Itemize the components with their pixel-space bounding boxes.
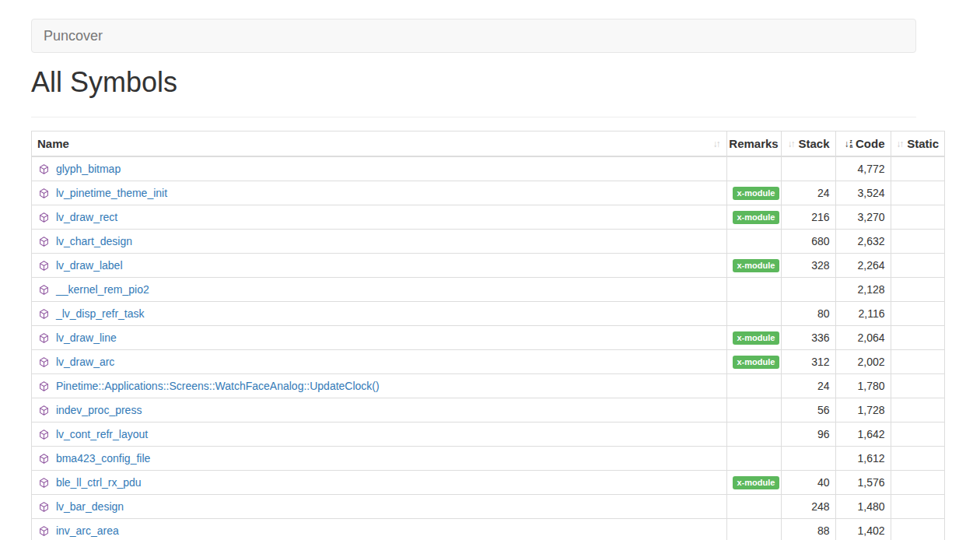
column-header-stack[interactable]: ↓↑Stack (781, 131, 835, 156)
page-title: All Symbols (31, 67, 177, 98)
code-value: 2,632 (835, 229, 891, 253)
sort-both-icon: ↓↑ (787, 139, 795, 149)
static-value (891, 301, 944, 325)
code-value: 2,064 (835, 325, 891, 349)
navbar: Puncover (31, 19, 916, 53)
stack-value: 24 (781, 181, 835, 205)
table-row: glyph_bitmap 4,772 (32, 156, 944, 181)
symbol-link[interactable]: lv_pinetime_theme_init (56, 187, 167, 199)
x-module-badge: x-module (733, 476, 780, 489)
symbol-link[interactable]: lv_draw_arc (56, 356, 114, 368)
code-value: 2,128 (835, 277, 891, 301)
package-cube-icon (39, 502, 49, 512)
stack-value: 312 (781, 349, 835, 373)
column-header-name[interactable]: Name↓↑ (32, 131, 726, 156)
symbol-link[interactable]: Pinetime::Applications::Screens::WatchFa… (56, 380, 380, 392)
package-cube-icon (39, 430, 49, 440)
symbol-link[interactable]: lv_chart_design (56, 235, 132, 247)
static-value (891, 398, 944, 422)
x-module-badge: x-module (733, 187, 780, 200)
table-row: lv_pinetime_theme_init x-module 24 3,524 (32, 181, 944, 205)
stack-value: 248 (781, 494, 835, 518)
symbol-link[interactable]: lv_draw_line (56, 331, 117, 344)
package-cube-icon (39, 333, 49, 343)
sort-desc-active-icon: ↓za (844, 139, 852, 149)
column-label-name: Name (37, 137, 69, 150)
code-value: 1,402 (835, 518, 891, 540)
stack-value (781, 156, 835, 181)
code-value: 1,642 (835, 422, 891, 446)
x-module-badge: x-module (733, 211, 780, 224)
stack-value: 88 (781, 518, 835, 540)
symbol-link[interactable]: lv_draw_label (56, 259, 123, 272)
column-header-static[interactable]: ↓↑Static (891, 131, 944, 156)
stack-value: 24 (781, 373, 835, 398)
table-row: __kernel_rem_pio2 2,128 (32, 277, 944, 301)
code-value: 2,002 (835, 349, 891, 373)
symbol-link[interactable]: _lv_disp_refr_task (56, 307, 145, 320)
symbols-table-container: Name↓↑Remarks↓↑Stack↓zaCode↓↑Static glyp… (31, 131, 945, 540)
package-cube-icon (39, 261, 49, 271)
symbol-link[interactable]: lv_cont_refr_layout (56, 428, 148, 440)
static-value (891, 156, 944, 181)
symbol-link[interactable]: glyph_bitmap (56, 163, 121, 175)
stack-value (781, 277, 835, 301)
x-module-badge: x-module (733, 331, 780, 345)
code-value: 2,116 (835, 301, 891, 325)
code-value: 1,612 (835, 446, 891, 470)
column-label-static: Static (907, 137, 939, 150)
page: Puncover All Symbols Name↓↑Remarks↓↑Stac… (0, 0, 980, 540)
package-cube-icon (39, 357, 49, 367)
symbols-table-header: Name↓↑Remarks↓↑Stack↓zaCode↓↑Static (32, 131, 944, 156)
static-value (891, 494, 944, 518)
symbol-link[interactable]: indev_proc_press (56, 404, 142, 416)
code-value: 3,270 (835, 205, 891, 229)
package-cube-icon (39, 381, 49, 391)
static-value (891, 277, 944, 301)
sort-both-icon: ↓↑ (713, 139, 721, 149)
table-row: lv_draw_label x-module 328 2,264 (32, 253, 944, 277)
static-value (891, 349, 944, 373)
table-row: Pinetime::Applications::Screens::WatchFa… (32, 373, 944, 398)
x-module-badge: x-module (733, 356, 780, 369)
symbol-link[interactable]: bma423_config_file (56, 452, 150, 465)
package-cube-icon (39, 188, 49, 198)
table-row: lv_bar_design 248 1,480 (32, 494, 944, 518)
stack-value: 216 (781, 205, 835, 229)
title-divider (31, 117, 916, 117)
column-label-code: Code (856, 137, 885, 150)
table-row: inv_arc_area 88 1,402 (32, 518, 944, 540)
static-value (891, 253, 944, 277)
symbol-link[interactable]: ble_ll_ctrl_rx_pdu (56, 476, 142, 489)
symbol-link[interactable]: inv_arc_area (56, 524, 119, 537)
package-cube-icon (39, 526, 49, 536)
stack-value: 56 (781, 398, 835, 422)
x-module-badge: x-module (733, 259, 780, 272)
symbol-link[interactable]: lv_bar_design (56, 500, 124, 513)
static-value (891, 422, 944, 446)
package-cube-icon (39, 164, 49, 174)
symbol-link[interactable]: lv_draw_rect (56, 211, 117, 223)
package-cube-icon (39, 405, 49, 416)
static-value (891, 325, 944, 349)
table-row: _lv_disp_refr_task 80 2,116 (32, 301, 944, 325)
table-row: lv_draw_rect x-module 216 3,270 (32, 205, 944, 229)
code-value: 2,264 (835, 253, 891, 277)
table-row: ble_ll_ctrl_rx_pdu x-module 40 1,576 (32, 470, 944, 494)
static-value (891, 446, 944, 470)
symbol-link[interactable]: __kernel_rem_pio2 (56, 283, 149, 296)
navbar-brand-link[interactable]: Puncover (32, 19, 114, 52)
stack-value: 40 (781, 470, 835, 494)
static-value (891, 181, 944, 205)
package-cube-icon (39, 478, 49, 488)
column-header-remarks: Remarks (726, 131, 781, 156)
code-value: 1,728 (835, 398, 891, 422)
package-cube-icon (39, 454, 49, 464)
static-value (891, 373, 944, 398)
stack-value: 328 (781, 253, 835, 277)
static-value (891, 518, 944, 540)
code-value: 1,480 (835, 494, 891, 518)
table-row: indev_proc_press 56 1,728 (32, 398, 944, 422)
stack-value: 680 (781, 229, 835, 253)
column-header-code[interactable]: ↓zaCode (835, 131, 891, 156)
